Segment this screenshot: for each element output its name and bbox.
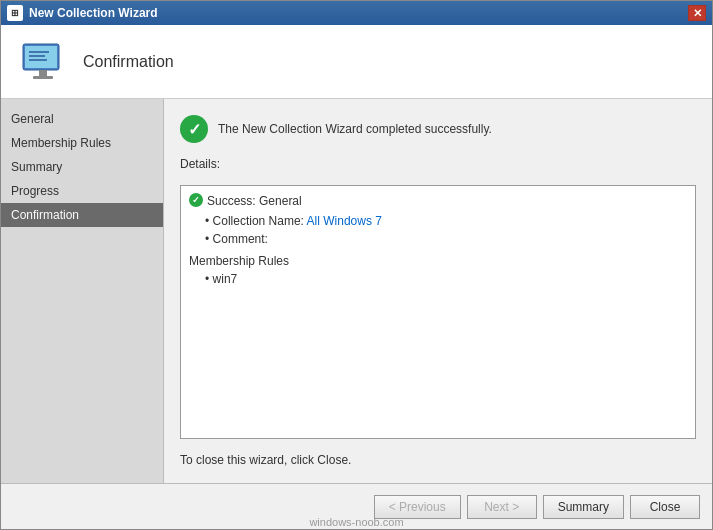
details-comment-row: • Comment:	[205, 230, 687, 248]
success-banner: ✓ The New Collection Wizard completed su…	[180, 115, 696, 143]
sidebar-item-progress[interactable]: Progress	[1, 179, 163, 203]
window-icon: ⊞	[7, 5, 23, 21]
details-rule-value: • win7	[205, 270, 687, 288]
details-success-row: ✓ Success: General	[189, 192, 687, 210]
details-box: ✓ Success: General • Collection Name: Al…	[180, 185, 696, 439]
window-title: New Collection Wizard	[29, 6, 158, 20]
sidebar-item-membership-rules[interactable]: Membership Rules	[1, 131, 163, 155]
wizard-content: ✓ The New Collection Wizard completed su…	[164, 99, 712, 483]
success-icon: ✓	[180, 115, 208, 143]
svg-rect-1	[25, 46, 57, 68]
previous-button[interactable]: < Previous	[374, 495, 461, 519]
svg-rect-3	[33, 76, 53, 79]
wizard-footer: < Previous Next > Summary Close	[1, 483, 712, 529]
next-button[interactable]: Next >	[467, 495, 537, 519]
details-collection-name-row: • Collection Name: All Windows 7	[205, 212, 687, 230]
details-label: Details:	[180, 157, 696, 171]
wizard-header-title: Confirmation	[83, 53, 174, 71]
success-message: The New Collection Wizard completed succ…	[218, 122, 492, 136]
wizard-header: Confirmation	[1, 25, 712, 99]
main-body: General Membership Rules Summary Progres…	[1, 99, 712, 483]
close-hint: To close this wizard, click Close.	[180, 453, 696, 467]
details-membership-rules-label: Membership Rules	[189, 252, 687, 270]
details-success-icon: ✓	[189, 193, 203, 207]
close-window-button[interactable]: ✕	[688, 5, 706, 21]
sidebar-item-confirmation[interactable]: Confirmation	[1, 203, 163, 227]
summary-button[interactable]: Summary	[543, 495, 624, 519]
sidebar-item-general[interactable]: General	[1, 107, 163, 131]
details-success-general: Success: General	[207, 194, 302, 208]
wizard-sidebar: General Membership Rules Summary Progres…	[1, 99, 164, 483]
details-collection-name-value: All Windows 7	[307, 214, 382, 228]
wizard-header-icon	[17, 36, 69, 88]
title-bar: ⊞ New Collection Wizard ✕	[1, 1, 712, 25]
close-button[interactable]: Close	[630, 495, 700, 519]
sidebar-item-summary[interactable]: Summary	[1, 155, 163, 179]
svg-rect-2	[39, 70, 47, 76]
